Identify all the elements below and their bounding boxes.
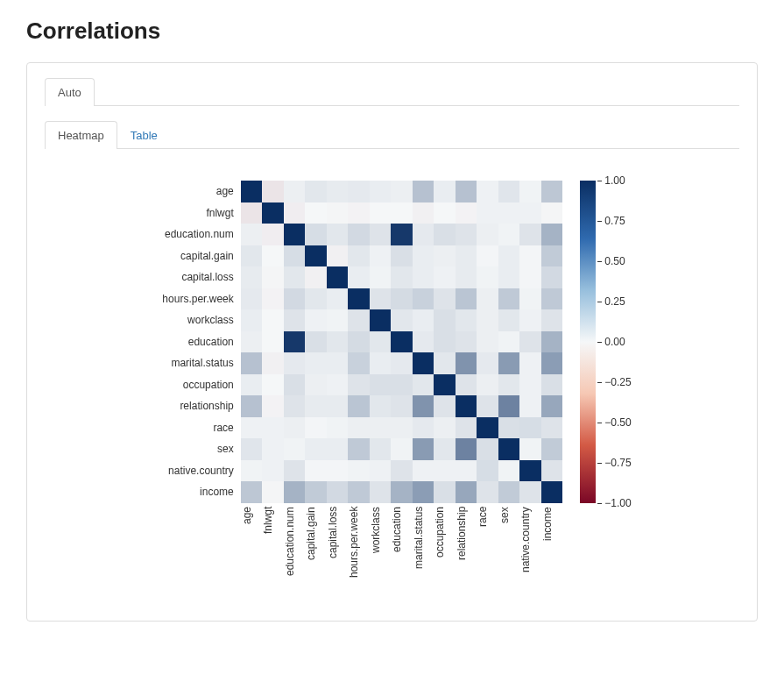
heatmap-cell [262,481,284,503]
heatmap-cell [434,266,456,288]
heatmap-cell [391,374,413,396]
heatmap-cell [391,181,413,202]
heatmap-cell [391,266,413,288]
heatmap-cell [477,266,498,288]
heatmap-cell [284,374,306,396]
heatmap-cell [541,460,563,482]
heatmap-cell [477,309,498,331]
heatmap-cell [305,460,327,482]
heatmap-cell [284,481,306,503]
tab-heatmap[interactable]: Heatmap [45,121,117,149]
y-axis-label: native.country [143,465,241,477]
heatmap-cell [262,352,284,374]
heatmap-cell [241,181,263,202]
heatmap-cell [498,266,520,288]
heatmap-row: occupation [143,374,563,396]
heatmap-cell [498,181,520,202]
heatmap-cell [498,374,520,396]
heatmap-cell [348,202,370,224]
heatmap-cell [327,481,349,503]
y-axis-label: capital.loss [143,271,241,283]
heatmap-cell [284,224,306,245]
heatmap-cell [477,181,498,202]
tab-auto[interactable]: Auto [45,78,95,106]
heatmap-cell [519,181,541,202]
correlations-panel: Auto HeatmapTable agefnlwgteducation.num… [26,62,758,622]
x-axis-label: native.country [519,507,541,603]
colorbar-tick: −1.00 [604,497,631,509]
heatmap-cell [541,245,563,267]
heatmap-cell [241,395,263,417]
heatmap-cell [262,288,284,310]
heatmap-cell [327,309,349,331]
colorbar-tick: −0.75 [604,457,631,469]
heatmap-cell [241,309,263,331]
y-axis-label: age [143,185,241,197]
heatmap-cell [284,438,306,460]
heatmap-cell [327,417,349,439]
heatmap-cell [241,331,263,353]
heatmap-cell [498,460,520,482]
heatmap-cell [498,438,520,460]
heatmap-cell [477,331,498,353]
heatmap-cell [541,181,563,202]
y-axis-label: education [143,336,241,348]
heatmap-row: age [143,181,563,202]
heatmap-cell [456,417,477,439]
heatmap-cell [391,331,413,353]
heatmap-cell [456,202,477,224]
heatmap-cell [413,224,434,245]
heatmap-cell [391,460,413,482]
heatmap-cell [456,395,477,417]
heatmap-cell [370,481,392,503]
heatmap-cell [541,224,563,245]
heatmap-cell [262,331,284,353]
heatmap-cell [456,224,477,245]
heatmap-cell [477,202,498,224]
x-axis-label: hours.per.week [348,507,370,603]
x-axis-label: sex [498,507,520,603]
heatmap-cell [327,245,349,267]
heatmap-cell [498,331,520,353]
heatmap-cell [284,202,306,224]
heatmap-cell [241,245,263,267]
heatmap-cell [305,202,327,224]
x-axis-label: age [241,507,263,603]
heatmap-cell [477,417,498,439]
heatmap-row: fnlwgt [143,202,563,224]
heatmap-cell [348,181,370,202]
heatmap-cell [305,266,327,288]
heatmap-cell [327,202,349,224]
heatmap-cell [262,202,284,224]
heatmap-cell [327,224,349,245]
heatmap-cell [413,331,434,353]
x-axis-label: education [391,507,413,603]
heatmap-cell [434,438,456,460]
heatmap-row: race [143,417,563,439]
heatmap-cell [519,245,541,267]
heatmap-row: capital.gain [143,245,563,267]
heatmap-cell [348,309,370,331]
heatmap-cell [519,331,541,353]
heatmap-cell [284,245,306,267]
y-axis-label: hours.per.week [143,293,241,305]
heatmap-cell [241,374,263,396]
heatmap-cell [241,202,263,224]
heatmap-cell [262,460,284,482]
heatmap-row: hours.per.week [143,288,563,310]
heatmap-cell [413,245,434,267]
heatmap-cell [284,181,306,202]
heatmap-cell [456,374,477,396]
heatmap-cell [348,331,370,353]
heatmap-cell [456,438,477,460]
heatmap-cell [498,202,520,224]
heatmap-cell [284,288,306,310]
heatmap-cell [477,374,498,396]
heatmap-cell [262,374,284,396]
colorbar-gradient [580,181,596,503]
view-tabs: HeatmapTable [45,120,739,149]
heatmap-cell [434,460,456,482]
heatmap-cell [434,352,456,374]
tab-table[interactable]: Table [117,121,171,149]
x-axis-label: workclass [370,507,392,603]
